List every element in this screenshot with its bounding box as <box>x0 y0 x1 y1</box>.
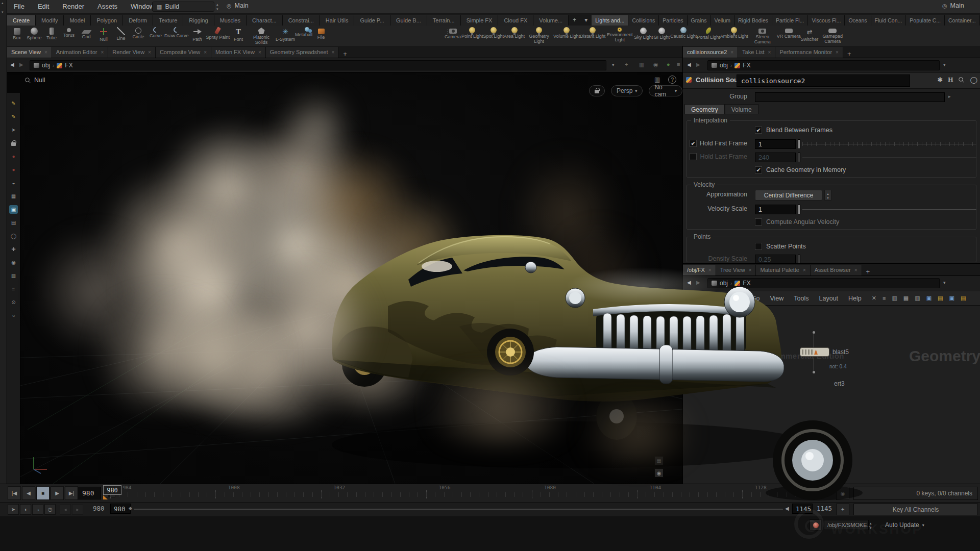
key-all-channels-button[interactable]: Key All Channels <box>853 504 978 515</box>
slider-track[interactable] <box>802 209 976 210</box>
tool-icon[interactable]: ◒ <box>9 179 18 187</box>
shelf-tab[interactable]: Simple FX <box>461 15 499 26</box>
network-menu-go[interactable]: Go <box>746 295 765 302</box>
wrench-icon[interactable]: ✕ <box>872 295 876 302</box>
path-root[interactable]: obj <box>720 280 728 287</box>
desktop-spinner[interactable]: ▴▾ <box>216 2 218 11</box>
shelf-tab[interactable]: Fluid Con... <box>871 15 906 26</box>
shelf-tool-portal-light[interactable]: Portal Light <box>697 26 720 40</box>
menu-render[interactable]: Render <box>56 0 91 13</box>
close-icon[interactable]: × <box>768 47 771 58</box>
clipped-icon[interactable]: ◯ <box>970 76 977 84</box>
global-end-field[interactable]: 1145 <box>817 505 832 512</box>
shelf-tool-vr-camera[interactable]: VR Camera <box>777 26 801 39</box>
tab-animation-editor[interactable]: Animation Editor× <box>52 47 109 58</box>
path-node[interactable]: FX <box>65 62 72 69</box>
shelf-tool-sphere[interactable]: Sphere <box>26 26 43 41</box>
add-shelf-icon[interactable]: + <box>569 15 580 26</box>
shelf-tab[interactable]: Vellum <box>711 15 735 26</box>
tree-icon[interactable]: ≡ <box>883 295 886 302</box>
close-icon[interactable]: × <box>708 265 712 276</box>
back-icon[interactable]: ◀ <box>687 62 691 67</box>
shelf-tab[interactable]: Guide B... <box>390 15 427 26</box>
shelf-tab[interactable]: Cloud FX <box>498 15 533 26</box>
layout-split-icon[interactable]: ▥ <box>915 295 920 302</box>
network-menu-help[interactable]: Help <box>843 295 867 302</box>
cache-checkbox[interactable]: ✔ <box>755 166 762 173</box>
scene-path-field[interactable]: obj › FX <box>30 60 606 70</box>
tool-icon[interactable]: ✎ <box>9 112 18 121</box>
shelf-menu-icon[interactable]: ▾ <box>580 15 592 26</box>
shelf-tool-volume-light[interactable]: Volume Light <box>553 26 580 39</box>
close-icon[interactable]: × <box>803 265 806 276</box>
shelf-tool-ambient-light[interactable]: Ambient Light <box>720 26 748 39</box>
global-start-field[interactable]: 980 <box>93 505 105 512</box>
realtime-clock-icon[interactable]: ◷ <box>44 504 56 515</box>
right-main-selector[interactable]: ◎ Main <box>942 2 964 9</box>
shelf-tab[interactable]: Terrain... <box>427 15 461 26</box>
snapshot-icon[interactable]: ▥ <box>639 61 644 68</box>
tab-composite-view[interactable]: Composite View× <box>156 47 211 58</box>
dropdown-spinner-icon[interactable]: ▴▾ <box>824 190 831 201</box>
shelf-tool-circle[interactable]: Circle <box>130 26 147 40</box>
close-icon[interactable]: × <box>854 265 857 276</box>
current-frame-marker[interactable]: 980 <box>103 485 121 495</box>
approximation-dropdown[interactable]: Central Difference <box>755 190 822 201</box>
current-frame-field[interactable]: 980 <box>78 487 101 499</box>
tool-icon[interactable]: ◉ <box>9 258 18 267</box>
shelf-tab[interactable]: Modify <box>36 15 64 26</box>
range-end-handle-icon[interactable]: ◀ <box>785 506 789 511</box>
rings-icon[interactable]: ◉ <box>653 61 658 68</box>
shelf-tool-torus[interactable]: Torus <box>60 26 78 38</box>
shelf-tool-caustic-light[interactable]: Caustic Light <box>670 26 697 39</box>
camera-lock-pill[interactable] <box>589 85 605 96</box>
node-name-field[interactable]: collisionsource2 <box>737 74 910 87</box>
tab-geometry[interactable]: Geometry <box>684 104 725 114</box>
network-menu-layout[interactable]: Layout <box>814 295 844 302</box>
shelf-tool-font[interactable]: TFont <box>230 26 247 42</box>
shelf-tool-area-light[interactable]: Area Light <box>504 26 525 39</box>
shelf-tool-stereo-camera[interactable]: Stereo Camera <box>748 26 777 44</box>
new-tab-icon[interactable]: + <box>843 50 855 58</box>
forward-icon[interactable]: ▶ <box>696 62 700 67</box>
node-label-fragment[interactable]: st3 <box>720 352 728 359</box>
angular-checkbox[interactable]: ✔ <box>755 218 762 226</box>
shelf-tab[interactable]: Polygon <box>91 15 123 26</box>
forward-icon[interactable]: ▶ <box>19 62 23 67</box>
path-root[interactable]: obj <box>720 62 728 69</box>
path-root[interactable]: obj <box>42 62 50 69</box>
shelf-tool-path[interactable]: Path <box>189 26 206 42</box>
viewport-3d[interactable]: ✎ ✎ ➤ ● ● ◒ ▦ ▣ ▤ ◯ ✚ ◉ ▥ ≡ ⊙ ○ <box>7 72 682 484</box>
close-icon[interactable]: × <box>331 47 334 58</box>
folder-icon[interactable]: ▤ <box>961 295 966 302</box>
range-handle-icon[interactable]: ◆ <box>129 506 132 511</box>
hscript-icon[interactable]: H <box>948 76 953 84</box>
param-path-field[interactable]: obj › FX <box>707 60 940 70</box>
active-tool-icon[interactable]: ▣ <box>9 205 18 214</box>
close-icon[interactable]: × <box>101 47 104 58</box>
shelf-tab[interactable]: Model <box>64 15 91 26</box>
radial-menu-selector[interactable]: ◎ Main <box>227 2 249 9</box>
shelf-tool-geometry-light[interactable]: Geometry Light <box>525 26 553 44</box>
tool-icon[interactable]: ≡ <box>9 285 18 293</box>
shelf-tab[interactable]: Constrai... <box>283 15 320 26</box>
shelf-tab[interactable]: Grains <box>688 15 711 26</box>
hold-first-toggle[interactable]: ✔ <box>690 140 697 147</box>
pointer-options-icon[interactable]: ➤ <box>8 504 19 515</box>
tool-icon[interactable]: ▤ <box>9 218 18 227</box>
shelf-tool-gamepad-camera[interactable]: Gamepad Camera <box>818 26 847 44</box>
blend-checkbox[interactable]: ✔ <box>755 127 762 134</box>
scatter-checkbox[interactable]: ✔ <box>755 243 762 250</box>
hold-last-toggle[interactable]: ✔ <box>690 153 697 160</box>
shelf-tab[interactable]: Charact... <box>247 15 283 26</box>
node-label[interactable]: blast5 <box>832 348 849 356</box>
tab-collisionsource2[interactable]: collisionsource2× <box>683 47 738 58</box>
network-path-field[interactable]: obj › FX <box>707 278 940 288</box>
grid-view-icon[interactable]: ▥ <box>892 295 897 302</box>
slider-track[interactable] <box>802 144 976 144</box>
group-field[interactable] <box>755 92 945 102</box>
tool-icon[interactable]: ⊙ <box>9 298 18 307</box>
close-icon[interactable]: × <box>836 47 839 58</box>
close-icon[interactable]: × <box>730 47 733 58</box>
menu-edit[interactable]: Edit <box>31 0 56 13</box>
